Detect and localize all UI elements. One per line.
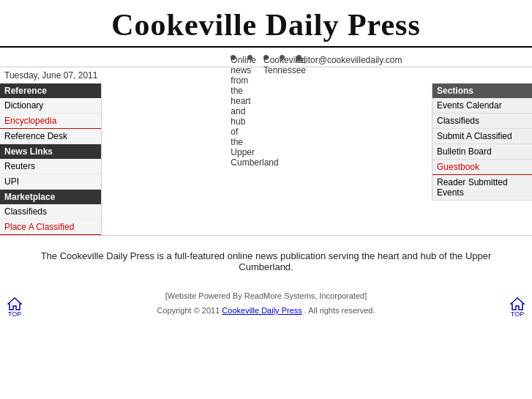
tagline-text-left: Online news from the heart and hub of th…: [231, 55, 236, 60]
site-description: The Cookeville Daily Press is a full-fea…: [0, 235, 532, 280]
top-link-right[interactable]: TOP: [510, 297, 525, 318]
copyright-link[interactable]: Cookeville Daily Press: [222, 306, 301, 315]
right-sidebar-header: Sections: [432, 83, 532, 98]
sidebar-item-encyclopedia[interactable]: Encyclopedia: [0, 113, 101, 129]
powered-by: [Website Powered By ReadMore Systems, In…: [0, 287, 532, 303]
sidebar-item-classifieds[interactable]: Classifieds: [0, 204, 101, 220]
right-item-classifieds[interactable]: Classifieds: [432, 113, 532, 129]
sidebar-item-upi[interactable]: UPI: [0, 174, 101, 190]
main-layout: Reference Dictionary Encyclopedia Refere…: [0, 83, 532, 235]
sidebar-header-marketplace: Marketplace: [0, 190, 101, 204]
right-item-reader-submitted[interactable]: Reader Submitted Events: [432, 175, 532, 201]
sidebar-item-reuters[interactable]: Reuters: [0, 159, 101, 174]
top-link-left[interactable]: TOP: [7, 297, 22, 318]
right-item-events-calendar[interactable]: Events Calendar: [432, 98, 532, 113]
footer: TOP [Website Powered By ReadMore Systems…: [0, 280, 532, 332]
right-item-submit-classified[interactable]: Submit A Classified: [432, 129, 532, 144]
copyright-post: . All rights reserved.: [304, 306, 375, 315]
top-label-left: TOP: [8, 310, 21, 318]
tagline-bar: Online news from the heart and hub of th…: [0, 48, 532, 67]
sidebar-item-reference-desk[interactable]: Reference Desk: [0, 129, 101, 144]
top-label-right: TOP: [511, 310, 524, 318]
house-icon-left: [7, 297, 22, 310]
house-icon-right: [510, 297, 525, 310]
copyright-bar: Copyright © 2011 Cookeville Daily Press …: [0, 303, 532, 318]
sidebar-header-reference: Reference: [0, 83, 101, 98]
center-content: [102, 83, 432, 230]
copyright-pre: Copyright © 2011: [157, 306, 220, 315]
sidebar-header-news-links: News Links: [0, 144, 101, 159]
site-header: Cookeville Daily Press: [0, 0, 532, 48]
site-title: Cookeville Daily Press: [0, 7, 532, 42]
svg-marker-0: [8, 298, 21, 310]
current-date: Tuesday, June 07, 2011: [4, 70, 97, 81]
description-text: The Cookeville Daily Press is a full-fea…: [22, 250, 510, 272]
powered-text: [Website Powered By ReadMore Systems, In…: [165, 291, 367, 300]
tagline-dot1: [247, 55, 252, 60]
sidebar-item-place-classified[interactable]: Place A Classified: [0, 220, 101, 235]
right-item-bulletin-board[interactable]: Bulletin Board: [432, 144, 532, 160]
right-item-guestbook[interactable]: Guestbook: [432, 160, 532, 175]
sidebar-item-dictionary[interactable]: Dictionary: [0, 98, 101, 113]
tagline-email: editor@cookevilledaily.com: [296, 55, 301, 60]
svg-marker-1: [511, 298, 524, 310]
right-sidebar: Sections Events Calendar Classifieds Sub…: [432, 83, 532, 201]
tagline-city: Cookeville, Tennessee: [263, 55, 269, 60]
left-sidebar: Reference Dictionary Encyclopedia Refere…: [0, 83, 102, 235]
